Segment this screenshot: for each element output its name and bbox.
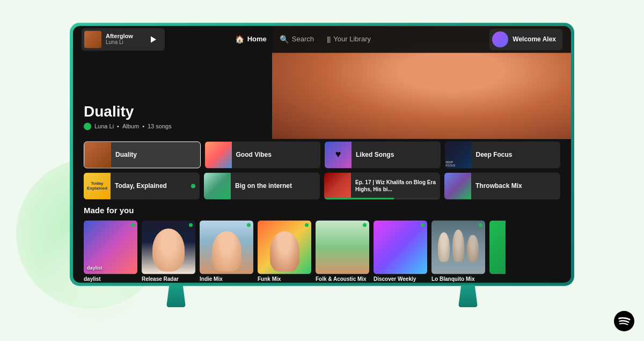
play-icon <box>151 36 156 42</box>
artist-icon <box>84 122 91 130</box>
hero-separator: • <box>117 123 119 129</box>
grid-card-podcast[interactable]: Ep. 17 | Wiz Khalifa on Blog Era Highs, … <box>324 172 440 199</box>
podcast-label: Ep. 17 | Wiz Khalifa on Blog Era Highs, … <box>355 179 437 193</box>
grid-card-duality[interactable]: Duality <box>84 141 201 168</box>
release-img <box>142 220 195 274</box>
now-playing-thumbnail <box>84 31 101 48</box>
play-button[interactable] <box>148 33 159 45</box>
loblanquito-dot <box>479 223 482 227</box>
now-playing-artist: Luna Li <box>106 39 133 45</box>
made-for-you-title: Made for you <box>84 206 560 215</box>
boi-thumb <box>204 172 231 199</box>
hero-meta: Luna Li • Album • 13 songs <box>84 122 560 130</box>
deepfocus-label: Deep Focus <box>476 151 561 158</box>
loblanquito-label: Lo Blanquito Mix <box>431 276 485 282</box>
daylist-label: daylist <box>84 276 137 282</box>
today-thumb: TodayExplained <box>84 172 111 199</box>
made-card-daylist[interactable]: daylist daylist <box>84 220 137 282</box>
indie-label: Indie Mix <box>200 276 253 282</box>
hero-artist: Luna Li <box>94 123 114 129</box>
made-card-loblanquito[interactable]: Lo Blanquito Mix <box>431 220 485 282</box>
made-for-you-cards: daylist daylist Release Radar <box>84 220 560 282</box>
boi-label: Big on the internet <box>235 182 320 190</box>
grid-card-boi[interactable]: Big on the internet <box>204 172 320 199</box>
spotify-logo <box>614 311 634 331</box>
navbar: Afterglow Luna Li 🏠 Home 🔍 Search <box>73 26 571 53</box>
tv-screen: Afterglow Luna Li 🏠 Home 🔍 Search <box>73 26 571 282</box>
nav-library-label: Your Library <box>333 35 371 43</box>
next-img <box>489 220 506 274</box>
liked-thumb: ♥ <box>325 141 352 168</box>
home-icon: 🏠 <box>235 35 244 43</box>
made-card-folk[interactable]: Folk & Acoustic Mix <box>316 220 369 282</box>
grid-row-1: Duality Good Vibes ♥ Liked Songs <box>84 141 560 168</box>
now-playing-title: Afterglow <box>106 33 133 39</box>
folk-label: Folk & Acoustic Mix <box>316 276 369 282</box>
tv-stand-left <box>166 285 186 307</box>
release-label: Release Radar <box>142 276 195 282</box>
hero-title: Duality <box>84 104 560 120</box>
nav-home-label: Home <box>247 35 267 43</box>
tv-frame: Afterglow Luna Li 🏠 Home 🔍 Search <box>70 23 574 307</box>
made-card-discover[interactable]: Discover Weekly <box>374 220 427 282</box>
daylist-dot <box>131 223 135 227</box>
release-dot <box>189 223 193 227</box>
search-icon: 🔍 <box>280 35 289 43</box>
made-card-indie[interactable]: Indie Mix <box>200 220 253 282</box>
tv-stands <box>70 285 574 307</box>
welcome-text: Welcome Alex <box>513 35 556 43</box>
funk-label: Funk Mix <box>258 276 311 282</box>
grid-card-deepfocus[interactable]: DeepFocus Deep Focus <box>445 141 561 168</box>
podcast-thumb <box>324 172 351 199</box>
now-playing-pill[interactable]: Afterglow Luna Li <box>82 28 165 50</box>
goodvibes-thumb <box>205 141 232 168</box>
funk-dot <box>305 223 309 227</box>
duality-label: Duality <box>115 151 200 158</box>
nav-search[interactable]: 🔍 Search <box>280 35 314 43</box>
made-card-funk[interactable]: Funk Mix <box>258 220 311 282</box>
nav-home[interactable]: 🏠 Home <box>235 35 267 43</box>
goodvibes-label: Good Vibes <box>236 151 321 158</box>
grid-card-goodvibes[interactable]: Good Vibes <box>205 141 321 168</box>
welcome-badge[interactable]: Welcome Alex <box>489 28 562 50</box>
podcast-progress-bar <box>324 198 440 199</box>
throwback-thumb <box>444 172 471 199</box>
now-playing-info: Afterglow Luna Li <box>106 33 133 45</box>
podcast-progress-fill <box>324 198 394 199</box>
today-label: Today, Explained <box>115 182 187 190</box>
made-card-release[interactable]: Release Radar <box>142 220 195 282</box>
made-for-you-section: Made for you daylist daylist <box>73 206 571 282</box>
grid-row-2: TodayExplained Today, Explained Big on t… <box>84 172 560 199</box>
funk-img <box>258 220 311 274</box>
daylist-overlay-label: daylist <box>87 265 103 271</box>
tv-body: Afterglow Luna Li 🏠 Home 🔍 Search <box>70 23 574 286</box>
indie-dot <box>247 223 251 227</box>
loblanquito-img <box>431 220 485 274</box>
throwback-label: Throwback Mix <box>475 182 560 190</box>
folk-dot <box>363 223 367 227</box>
hero-type: Album <box>122 123 139 129</box>
grid-card-today[interactable]: TodayExplained Today, Explained <box>84 172 200 199</box>
grid-section: Duality Good Vibes ♥ Liked Songs <box>73 141 571 204</box>
made-card-next[interactable] <box>489 220 506 282</box>
nav-library[interactable]: ||| Your Library <box>327 35 371 43</box>
hero-content: Duality Luna Li • Album • 13 songs <box>73 53 571 139</box>
indie-img <box>200 220 253 274</box>
discover-img <box>374 220 427 274</box>
hero-separator2: • <box>142 123 144 129</box>
hero-song-count: 13 songs <box>148 123 172 129</box>
nav-search-label: Search <box>292 35 314 43</box>
user-avatar <box>492 31 508 47</box>
library-icon: ||| <box>327 35 330 43</box>
folk-img <box>316 220 369 274</box>
duality-thumb <box>84 141 111 168</box>
discover-dot <box>421 223 425 227</box>
discover-label: Discover Weekly <box>374 276 427 282</box>
deepfocus-thumb: DeepFocus <box>445 141 472 168</box>
tv-stand-right <box>458 285 478 307</box>
liked-label: Liked Songs <box>356 151 441 158</box>
grid-card-liked[interactable]: ♥ Liked Songs <box>325 141 441 168</box>
grid-card-throwback[interactable]: Throwback Mix <box>444 172 560 199</box>
daylist-img: daylist <box>84 220 137 274</box>
nav-links: 🏠 Home 🔍 Search ||| Your Library <box>224 35 371 43</box>
